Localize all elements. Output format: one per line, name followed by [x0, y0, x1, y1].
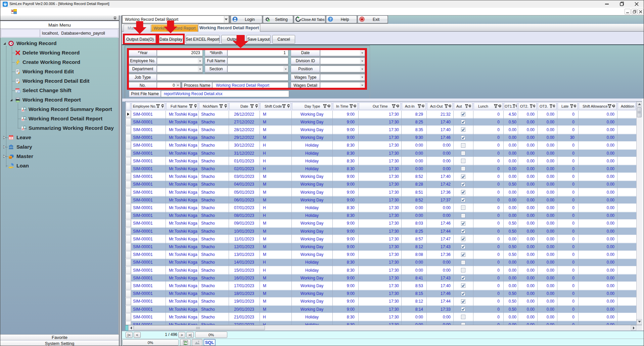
svg-text:!: ! [11, 137, 12, 140]
svg-text:?: ? [329, 17, 332, 21]
svg-text:O: O [268, 19, 270, 22]
